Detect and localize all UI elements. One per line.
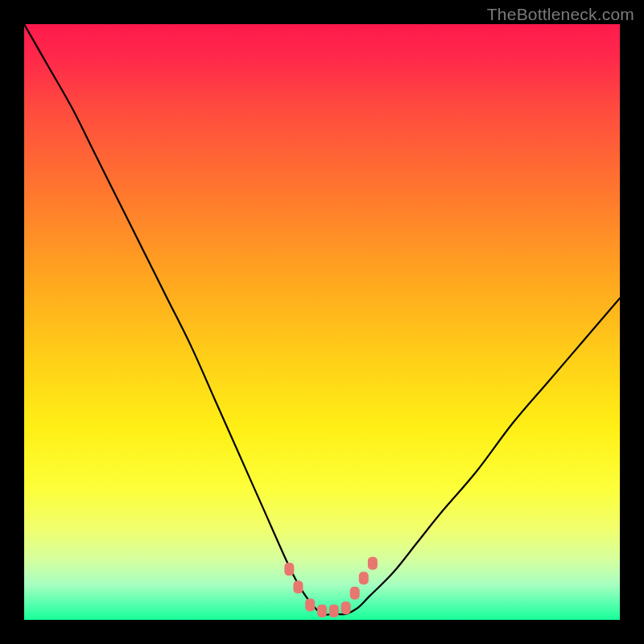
valley-marker [284,563,294,576]
valley-marker [368,557,378,570]
valley-marker [317,605,327,617]
valley-marker [341,601,351,614]
valley-marker [359,572,369,584]
chart-frame: TheBottleneck.com [0,0,644,644]
valley-marker [293,580,303,593]
valley-markers-group [284,557,378,617]
curve-layer [24,24,620,620]
valley-marker [350,587,360,600]
valley-marker [305,599,315,612]
bottleneck-curve [24,24,620,615]
plot-area [24,24,620,620]
valley-marker [329,605,339,617]
watermark-text: TheBottleneck.com [487,5,634,24]
